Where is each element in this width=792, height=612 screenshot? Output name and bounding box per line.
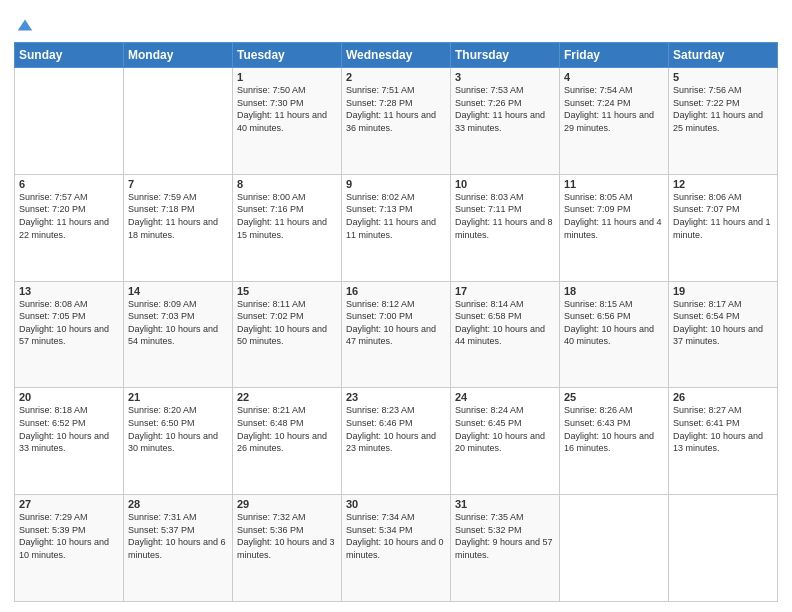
calendar-cell: 2Sunrise: 7:51 AMSunset: 7:28 PMDaylight… (342, 68, 451, 175)
cell-info: Sunrise: 8:15 AMSunset: 6:56 PMDaylight:… (564, 298, 664, 348)
header (14, 10, 778, 34)
calendar-week-row: 13Sunrise: 8:08 AMSunset: 7:05 PMDayligh… (15, 281, 778, 388)
cell-date-number: 9 (346, 178, 446, 190)
cell-info: Sunrise: 7:51 AMSunset: 7:28 PMDaylight:… (346, 84, 446, 134)
cell-date-number: 5 (673, 71, 773, 83)
cell-date-number: 30 (346, 498, 446, 510)
cell-date-number: 22 (237, 391, 337, 403)
calendar-cell (124, 68, 233, 175)
calendar-cell: 31Sunrise: 7:35 AMSunset: 5:32 PMDayligh… (451, 495, 560, 602)
calendar-cell: 3Sunrise: 7:53 AMSunset: 7:26 PMDaylight… (451, 68, 560, 175)
calendar-cell: 13Sunrise: 8:08 AMSunset: 7:05 PMDayligh… (15, 281, 124, 388)
cell-info: Sunrise: 8:23 AMSunset: 6:46 PMDaylight:… (346, 404, 446, 454)
calendar-header-row: SundayMondayTuesdayWednesdayThursdayFrid… (15, 43, 778, 68)
cell-info: Sunrise: 8:17 AMSunset: 6:54 PMDaylight:… (673, 298, 773, 348)
calendar-cell: 20Sunrise: 8:18 AMSunset: 6:52 PMDayligh… (15, 388, 124, 495)
calendar-cell: 27Sunrise: 7:29 AMSunset: 5:39 PMDayligh… (15, 495, 124, 602)
cell-info: Sunrise: 7:34 AMSunset: 5:34 PMDaylight:… (346, 511, 446, 561)
cell-date-number: 7 (128, 178, 228, 190)
cell-date-number: 16 (346, 285, 446, 297)
cell-info: Sunrise: 8:11 AMSunset: 7:02 PMDaylight:… (237, 298, 337, 348)
cell-info: Sunrise: 8:21 AMSunset: 6:48 PMDaylight:… (237, 404, 337, 454)
cell-info: Sunrise: 7:50 AMSunset: 7:30 PMDaylight:… (237, 84, 337, 134)
cell-info: Sunrise: 7:35 AMSunset: 5:32 PMDaylight:… (455, 511, 555, 561)
weekday-header: Thursday (451, 43, 560, 68)
calendar-cell: 1Sunrise: 7:50 AMSunset: 7:30 PMDaylight… (233, 68, 342, 175)
calendar-cell: 11Sunrise: 8:05 AMSunset: 7:09 PMDayligh… (560, 174, 669, 281)
logo (14, 14, 34, 34)
calendar-cell: 5Sunrise: 7:56 AMSunset: 7:22 PMDaylight… (669, 68, 778, 175)
cell-info: Sunrise: 7:57 AMSunset: 7:20 PMDaylight:… (19, 191, 119, 241)
calendar-cell: 21Sunrise: 8:20 AMSunset: 6:50 PMDayligh… (124, 388, 233, 495)
cell-date-number: 1 (237, 71, 337, 83)
calendar-cell (560, 495, 669, 602)
cell-info: Sunrise: 7:53 AMSunset: 7:26 PMDaylight:… (455, 84, 555, 134)
cell-info: Sunrise: 8:06 AMSunset: 7:07 PMDaylight:… (673, 191, 773, 241)
calendar-cell: 29Sunrise: 7:32 AMSunset: 5:36 PMDayligh… (233, 495, 342, 602)
calendar-week-row: 1Sunrise: 7:50 AMSunset: 7:30 PMDaylight… (15, 68, 778, 175)
cell-date-number: 19 (673, 285, 773, 297)
svg-marker-0 (18, 20, 32, 31)
calendar-cell: 26Sunrise: 8:27 AMSunset: 6:41 PMDayligh… (669, 388, 778, 495)
cell-date-number: 18 (564, 285, 664, 297)
calendar-cell: 16Sunrise: 8:12 AMSunset: 7:00 PMDayligh… (342, 281, 451, 388)
weekday-header: Monday (124, 43, 233, 68)
cell-info: Sunrise: 8:14 AMSunset: 6:58 PMDaylight:… (455, 298, 555, 348)
cell-date-number: 17 (455, 285, 555, 297)
logo-icon (16, 16, 34, 34)
calendar-cell: 23Sunrise: 8:23 AMSunset: 6:46 PMDayligh… (342, 388, 451, 495)
cell-date-number: 20 (19, 391, 119, 403)
cell-date-number: 10 (455, 178, 555, 190)
cell-date-number: 28 (128, 498, 228, 510)
cell-info: Sunrise: 8:20 AMSunset: 6:50 PMDaylight:… (128, 404, 228, 454)
weekday-header: Sunday (15, 43, 124, 68)
cell-date-number: 31 (455, 498, 555, 510)
cell-info: Sunrise: 8:00 AMSunset: 7:16 PMDaylight:… (237, 191, 337, 241)
calendar-cell: 19Sunrise: 8:17 AMSunset: 6:54 PMDayligh… (669, 281, 778, 388)
cell-date-number: 27 (19, 498, 119, 510)
calendar-week-row: 20Sunrise: 8:18 AMSunset: 6:52 PMDayligh… (15, 388, 778, 495)
cell-info: Sunrise: 8:26 AMSunset: 6:43 PMDaylight:… (564, 404, 664, 454)
calendar-cell: 6Sunrise: 7:57 AMSunset: 7:20 PMDaylight… (15, 174, 124, 281)
cell-date-number: 14 (128, 285, 228, 297)
cell-date-number: 25 (564, 391, 664, 403)
calendar-cell: 15Sunrise: 8:11 AMSunset: 7:02 PMDayligh… (233, 281, 342, 388)
cell-info: Sunrise: 7:59 AMSunset: 7:18 PMDaylight:… (128, 191, 228, 241)
cell-date-number: 24 (455, 391, 555, 403)
calendar-cell: 28Sunrise: 7:31 AMSunset: 5:37 PMDayligh… (124, 495, 233, 602)
cell-date-number: 8 (237, 178, 337, 190)
cell-date-number: 23 (346, 391, 446, 403)
calendar-table: SundayMondayTuesdayWednesdayThursdayFrid… (14, 42, 778, 602)
cell-info: Sunrise: 8:27 AMSunset: 6:41 PMDaylight:… (673, 404, 773, 454)
calendar-cell: 12Sunrise: 8:06 AMSunset: 7:07 PMDayligh… (669, 174, 778, 281)
calendar-cell: 10Sunrise: 8:03 AMSunset: 7:11 PMDayligh… (451, 174, 560, 281)
cell-date-number: 2 (346, 71, 446, 83)
cell-info: Sunrise: 8:24 AMSunset: 6:45 PMDaylight:… (455, 404, 555, 454)
cell-info: Sunrise: 8:03 AMSunset: 7:11 PMDaylight:… (455, 191, 555, 241)
cell-info: Sunrise: 8:12 AMSunset: 7:00 PMDaylight:… (346, 298, 446, 348)
calendar-page: SundayMondayTuesdayWednesdayThursdayFrid… (0, 0, 792, 612)
calendar-cell: 14Sunrise: 8:09 AMSunset: 7:03 PMDayligh… (124, 281, 233, 388)
weekday-header: Wednesday (342, 43, 451, 68)
cell-date-number: 6 (19, 178, 119, 190)
calendar-week-row: 6Sunrise: 7:57 AMSunset: 7:20 PMDaylight… (15, 174, 778, 281)
cell-info: Sunrise: 7:56 AMSunset: 7:22 PMDaylight:… (673, 84, 773, 134)
cell-date-number: 29 (237, 498, 337, 510)
calendar-cell (669, 495, 778, 602)
calendar-cell: 17Sunrise: 8:14 AMSunset: 6:58 PMDayligh… (451, 281, 560, 388)
cell-info: Sunrise: 8:05 AMSunset: 7:09 PMDaylight:… (564, 191, 664, 241)
weekday-header: Saturday (669, 43, 778, 68)
cell-date-number: 15 (237, 285, 337, 297)
calendar-cell: 4Sunrise: 7:54 AMSunset: 7:24 PMDaylight… (560, 68, 669, 175)
calendar-week-row: 27Sunrise: 7:29 AMSunset: 5:39 PMDayligh… (15, 495, 778, 602)
calendar-cell: 7Sunrise: 7:59 AMSunset: 7:18 PMDaylight… (124, 174, 233, 281)
cell-date-number: 26 (673, 391, 773, 403)
calendar-cell: 18Sunrise: 8:15 AMSunset: 6:56 PMDayligh… (560, 281, 669, 388)
cell-date-number: 13 (19, 285, 119, 297)
calendar-cell: 9Sunrise: 8:02 AMSunset: 7:13 PMDaylight… (342, 174, 451, 281)
calendar-cell: 8Sunrise: 8:00 AMSunset: 7:16 PMDaylight… (233, 174, 342, 281)
cell-info: Sunrise: 7:29 AMSunset: 5:39 PMDaylight:… (19, 511, 119, 561)
cell-info: Sunrise: 8:08 AMSunset: 7:05 PMDaylight:… (19, 298, 119, 348)
weekday-header: Friday (560, 43, 669, 68)
calendar-cell: 25Sunrise: 8:26 AMSunset: 6:43 PMDayligh… (560, 388, 669, 495)
